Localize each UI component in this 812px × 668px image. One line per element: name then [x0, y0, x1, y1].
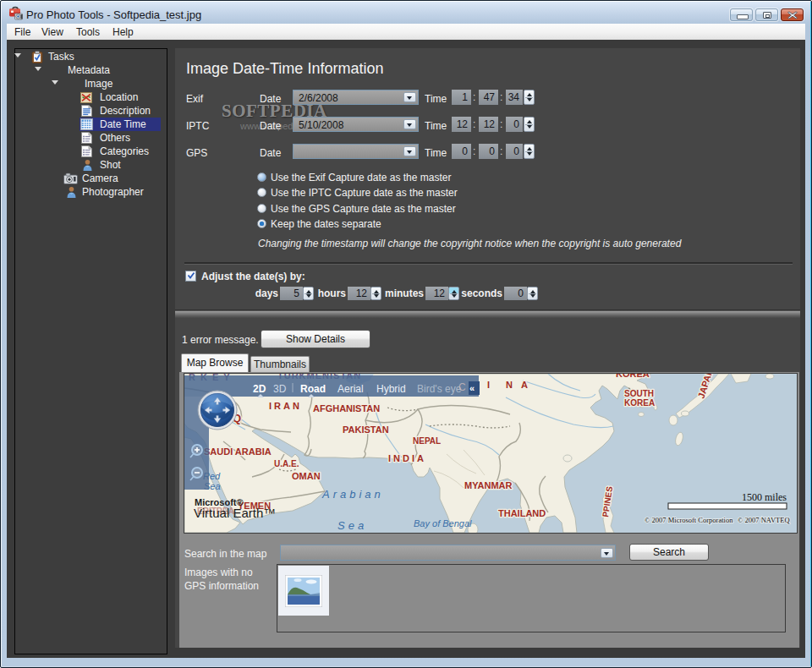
svg-text:AFGHANISTAN: AFGHANISTAN	[313, 403, 380, 413]
svg-text:N: N	[506, 380, 513, 390]
svg-text:NEPAL: NEPAL	[413, 436, 441, 446]
svg-text:OMAN: OMAN	[292, 471, 321, 481]
svg-text:3D: 3D	[273, 383, 287, 395]
svg-text:Arabian: Arabian	[321, 488, 384, 501]
svg-text:Hybrid: Hybrid	[376, 383, 406, 395]
svg-text:THAILAND: THAILAND	[498, 508, 546, 518]
svg-text:IRAN: IRAN	[269, 401, 302, 411]
svg-text:KOREA: KOREA	[616, 373, 650, 379]
svg-text:KOREA: KOREA	[624, 398, 655, 408]
svg-text:«: «	[469, 383, 475, 393]
svg-text:Bird's eye: Bird's eye	[417, 383, 462, 395]
svg-text:Sea: Sea	[337, 519, 367, 532]
svg-text:PAKISTAN: PAKISTAN	[343, 424, 389, 435]
svg-text:Road: Road	[300, 383, 326, 395]
svg-text:Aerial: Aerial	[337, 383, 364, 395]
svg-text:C: C	[458, 381, 466, 393]
svg-text:SAUDI ARABIA: SAUDI ARABIA	[204, 446, 272, 457]
svg-text:Virtual Earth™: Virtual Earth™	[194, 506, 276, 520]
svg-text:INDIA: INDIA	[388, 453, 426, 463]
svg-text:© 2007 Microsoft Corporation: © 2007 Microsoft Corporation	[645, 516, 733, 524]
svg-text:SOUTH: SOUTH	[624, 389, 654, 398]
svg-text:U.A.E.: U.A.E.	[274, 459, 299, 468]
svg-text:MYANMAR: MYANMAR	[464, 480, 512, 490]
svg-text:A: A	[521, 380, 528, 390]
svg-text:I: I	[487, 380, 490, 390]
svg-text:2D: 2D	[253, 383, 266, 395]
svg-text:1500 miles: 1500 miles	[742, 491, 787, 503]
svg-text:Bay of Bengal: Bay of Bengal	[414, 518, 472, 528]
svg-text:© 2007 NAVTEQ: © 2007 NAVTEQ	[738, 516, 790, 524]
